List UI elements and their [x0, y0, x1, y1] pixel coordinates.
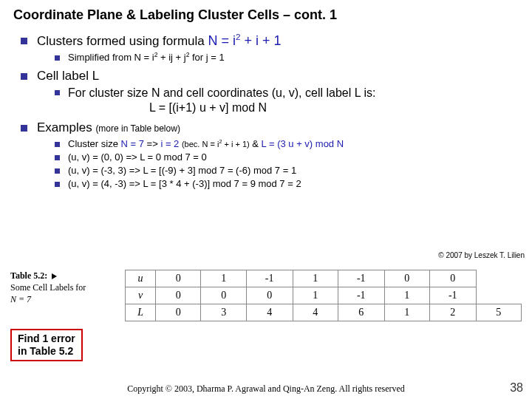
table-cell: 1 [293, 287, 338, 304]
formula-L: L = [(i+1) u + v] mod N [68, 101, 522, 115]
example-item: (u, v) = (4, -3) => L = [3 * 4 + (-3)] m… [55, 178, 522, 189]
bullet-list: Clusters formed using formula N = i2 + i… [13, 33, 522, 189]
bullet-cell-label-head: Cell label L [37, 69, 99, 83]
table-cell: 0 [156, 304, 201, 321]
bullet-examples: Examples (more in Table below) Cluster s… [21, 120, 522, 189]
data-table: u01-11-100v0001-11-1L03446125 [125, 270, 522, 321]
example-item: (u, v) = (0, 0) => L = 0 mod 7 = 0 [55, 151, 522, 163]
table-cell: 0 [429, 270, 476, 287]
table-cell: -1 [338, 270, 384, 287]
row-label: v [126, 287, 156, 304]
table-cell: 5 [476, 304, 521, 321]
table-caption: Table 5.2: Some Cell Labels for N = 7 [10, 270, 121, 306]
triangle-icon [52, 273, 57, 279]
footer-copyright: Copyright © 2003, Dharma P. Agrawal and … [0, 383, 532, 395]
slide-title: Coordinate Plane & Labeling Cluster Cell… [13, 7, 522, 23]
example-item: (u, v) = (-3, 3) => L = [(-9) + 3] mod 7… [55, 165, 522, 176]
bullet-examples-head: Examples (more in Table below) [37, 120, 180, 134]
table-cell: -1 [246, 270, 293, 287]
table-cell: 0 [384, 270, 429, 287]
bullet-cell-label: Cell label L For cluster size N and cell… [21, 69, 522, 115]
table-cell: 0 [156, 287, 201, 304]
bullet-simplified: Simplified from N = i2 + ij + j2 for j =… [55, 52, 522, 63]
table-cell: -1 [429, 287, 476, 304]
table-cell: 0 [246, 287, 293, 304]
table-cell: -1 [338, 287, 384, 304]
row-label: u [126, 270, 156, 287]
table-cell: 0 [156, 270, 201, 287]
bullet-cell-label-detail: For cluster size N and cell coordinates … [55, 86, 522, 115]
example-item: Cluster size N = 7 => i = 2 (bec. N = i2… [55, 138, 522, 149]
table-cell: 1 [293, 270, 338, 287]
table-cell: 0 [201, 287, 246, 304]
table-cell: 3 [201, 304, 246, 321]
error-callout: Find 1 errorin Table 5.2 [10, 329, 83, 361]
page-number: 38 [510, 381, 523, 395]
table-cell: 1 [384, 287, 429, 304]
bullet-clusters-text: Clusters formed using formula N = i2 + i… [37, 34, 282, 48]
table-cell: 4 [293, 304, 338, 321]
row-label: L [126, 304, 156, 321]
table-cell: 6 [338, 304, 384, 321]
copyright-line: © 2007 by Leszek T. Lilien [438, 251, 525, 259]
table-cell: 1 [201, 270, 246, 287]
table-cell: 4 [246, 304, 293, 321]
bullet-clusters: Clusters formed using formula N = i2 + i… [21, 33, 522, 63]
table-cell: 1 [384, 304, 429, 321]
table-cell: 2 [429, 304, 476, 321]
